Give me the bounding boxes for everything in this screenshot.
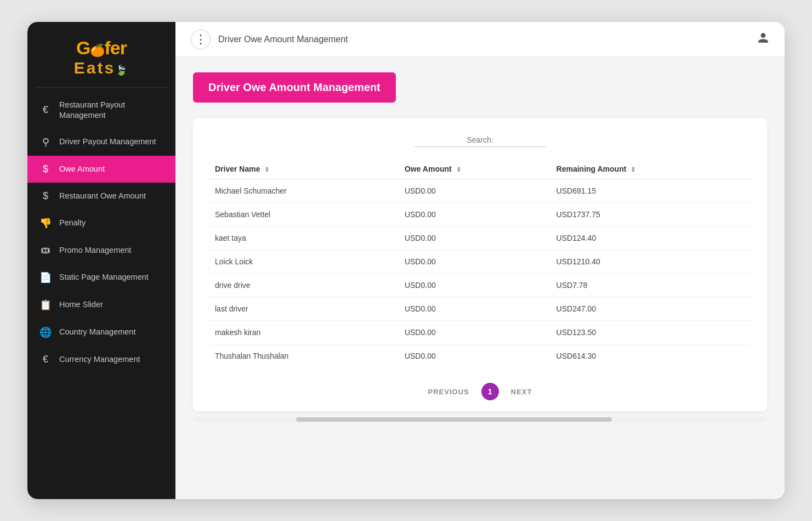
cell-owe_amount: USD0.00 — [398, 344, 550, 368]
logo-line1: G🍊fer — [74, 37, 129, 59]
data-table: Driver Name ⇕Owe Amount ⇕Remaining Amoun… — [208, 159, 752, 367]
table-card: Driver Name ⇕Owe Amount ⇕Remaining Amoun… — [193, 118, 767, 411]
cell-owe_amount: USD0.00 — [398, 179, 550, 203]
menu-icon[interactable]: ⋮ — [191, 30, 211, 49]
restaurant-owe-label: Restaurant Owe Amount — [59, 191, 146, 201]
restaurant-owe-icon: $ — [39, 190, 52, 202]
cell-driver_name: drive drive — [208, 274, 398, 297]
cell-owe_amount: USD0.00 — [398, 297, 550, 321]
cell-remaining_amount: USD1737.75 — [550, 203, 752, 226]
owe-amount-icon: $ — [39, 163, 52, 175]
currency-label: Currency Management — [59, 354, 140, 365]
logo: G🍊fer Eats🍃 — [27, 22, 175, 87]
static-page-label: Static Page Management — [59, 272, 149, 282]
topbar: ⋮ Driver Owe Amount Management — [175, 22, 785, 57]
previous-button[interactable]: PREVIOUS — [425, 386, 473, 398]
sidebar-item-static-page[interactable]: 📄Static Page Management — [27, 264, 175, 291]
cell-remaining_amount: USD247.00 — [550, 297, 752, 321]
sidebar-nav: €Restaurant Payout Management⚲Driver Pay… — [27, 92, 175, 373]
cell-owe_amount: USD0.00 — [398, 250, 550, 274]
table-row: Thushalan ThushalanUSD0.00USD614.30 — [208, 344, 752, 368]
promo-label: Promo Management — [59, 245, 131, 256]
cell-owe_amount: USD0.00 — [398, 226, 550, 250]
sidebar-item-promo[interactable]: 🎟Promo Management — [27, 237, 175, 264]
scrollbar[interactable] — [193, 417, 767, 422]
main-content: ⋮ Driver Owe Amount Management Driver Ow… — [175, 22, 785, 499]
sidebar-item-driver-payout[interactable]: ⚲Driver Payout Management — [27, 128, 175, 156]
sidebar-divider — [35, 87, 168, 88]
penalty-label: Penalty — [59, 218, 86, 228]
table-row: Sebastian VettelUSD0.00USD1737.75 — [208, 203, 752, 226]
app-wrapper: G🍊fer Eats🍃 €Restaurant Payout Managemen… — [27, 22, 785, 499]
next-button[interactable]: NEXT — [508, 386, 536, 398]
sidebar-item-restaurant-payout[interactable]: €Restaurant Payout Management — [27, 92, 175, 128]
table-header: Driver Name ⇕Owe Amount ⇕Remaining Amoun… — [208, 159, 752, 179]
search-row — [208, 133, 752, 147]
cell-owe_amount: USD0.00 — [398, 203, 550, 226]
logo-line2: Eats🍃 — [74, 59, 129, 77]
table-row: Loick LoickUSD0.00USD1210.40 — [208, 250, 752, 274]
cell-driver_name: Thushalan Thushalan — [208, 344, 398, 368]
page-banner: Driver Owe Amount Management — [193, 72, 396, 103]
cell-remaining_amount: USD691.15 — [550, 179, 752, 203]
cell-remaining_amount: USD614.30 — [550, 344, 752, 368]
country-icon: 🌐 — [39, 326, 52, 338]
table-body: Michael SchumacherUSD0.00USD691.15Sebast… — [208, 179, 752, 368]
driver-payout-label: Driver Payout Management — [59, 137, 156, 147]
sidebar-item-restaurant-owe[interactable]: $Restaurant Owe Amount — [27, 183, 175, 209]
page-number-1[interactable]: 1 — [481, 383, 499, 400]
sidebar-item-country[interactable]: 🌐Country Management — [27, 319, 175, 346]
restaurant-payout-label: Restaurant Payout Management — [59, 100, 163, 121]
page-content: Driver Owe Amount Management Driver Name… — [175, 57, 785, 499]
penalty-icon: 👎 — [39, 217, 52, 229]
cell-owe_amount: USD0.00 — [398, 321, 550, 344]
table-row: makesh kiranUSD0.00USD123.50 — [208, 321, 752, 344]
currency-icon: € — [39, 354, 52, 365]
table-row: drive driveUSD0.00USD7.78 — [208, 274, 752, 297]
home-slider-icon: 📋 — [39, 299, 52, 311]
table-row: Michael SchumacherUSD0.00USD691.15 — [208, 179, 752, 203]
sort-icon: ⇕ — [456, 166, 461, 173]
topbar-title: Driver Owe Amount Management — [218, 35, 348, 44]
topbar-left: ⋮ Driver Owe Amount Management — [191, 30, 348, 49]
cell-driver_name: kaet taya — [208, 226, 398, 250]
sort-icon: ⇕ — [264, 166, 269, 173]
sidebar-item-owe-amount[interactable]: $Owe Amount — [27, 156, 175, 183]
cell-remaining_amount: USD7.78 — [550, 274, 752, 297]
cell-remaining_amount: USD1210.40 — [550, 250, 752, 274]
table-row: kaet tayaUSD0.00USD124.40 — [208, 226, 752, 250]
cell-driver_name: last driver — [208, 297, 398, 321]
sort-icon: ⇕ — [631, 166, 635, 173]
driver-payout-icon: ⚲ — [39, 136, 52, 148]
restaurant-payout-icon: € — [39, 104, 52, 116]
cell-driver_name: Loick Loick — [208, 250, 398, 274]
sidebar: G🍊fer Eats🍃 €Restaurant Payout Managemen… — [27, 22, 175, 499]
cell-driver_name: Sebastian Vettel — [208, 203, 398, 226]
scrollbar-thumb — [296, 417, 612, 422]
sidebar-item-penalty[interactable]: 👎Penalty — [27, 209, 175, 237]
col-header-driver_name[interactable]: Driver Name ⇕ — [208, 159, 398, 179]
owe-amount-label: Owe Amount — [59, 164, 105, 174]
sidebar-item-home-slider[interactable]: 📋Home Slider — [27, 291, 175, 319]
search-input[interactable] — [414, 133, 546, 147]
cell-owe_amount: USD0.00 — [398, 274, 550, 297]
country-label: Country Management — [59, 327, 135, 337]
col-header-remaining_amount[interactable]: Remaining Amount ⇕ — [550, 159, 752, 179]
static-page-icon: 📄 — [39, 271, 52, 284]
cell-driver_name: makesh kiran — [208, 321, 398, 344]
cell-remaining_amount: USD124.40 — [550, 226, 752, 250]
user-icon[interactable] — [757, 32, 769, 47]
cell-remaining_amount: USD123.50 — [550, 321, 752, 344]
col-header-owe_amount[interactable]: Owe Amount ⇕ — [398, 159, 550, 179]
sidebar-item-currency[interactable]: €Currency Management — [27, 346, 175, 373]
cell-driver_name: Michael Schumacher — [208, 179, 398, 203]
home-slider-label: Home Slider — [59, 299, 103, 310]
promo-icon: 🎟 — [39, 245, 52, 256]
table-row: last driverUSD0.00USD247.00 — [208, 297, 752, 321]
pagination: PREVIOUS 1 NEXT — [208, 383, 752, 400]
